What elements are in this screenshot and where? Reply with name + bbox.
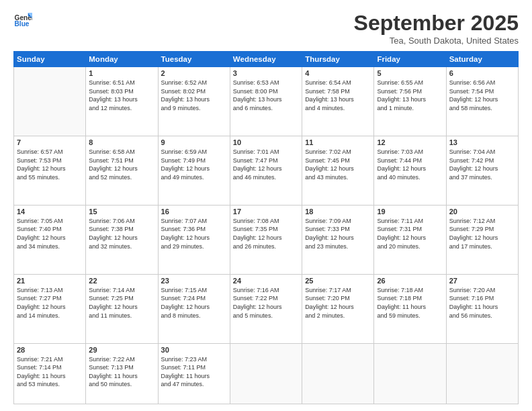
table-row: 16Sunrise: 7:07 AMSunset: 7:36 PMDayligh… [158,205,230,274]
table-row: 6Sunrise: 6:56 AMSunset: 7:54 PMDaylight… [446,67,518,136]
table-row: 23Sunrise: 7:15 AMSunset: 7:24 PMDayligh… [158,274,230,343]
col-sunday: Sunday [14,52,86,67]
table-row: 15Sunrise: 7:06 AMSunset: 7:38 PMDayligh… [86,205,158,274]
day-number: 16 [161,208,227,216]
day-number: 29 [89,346,154,354]
day-number: 9 [161,138,227,146]
day-info: Sunrise: 6:59 AMSunset: 7:49 PMDaylight:… [161,148,227,181]
table-row: 18Sunrise: 7:09 AMSunset: 7:33 PMDayligh… [302,205,374,274]
table-row: 10Sunrise: 7:01 AMSunset: 7:47 PMDayligh… [230,136,302,205]
day-info: Sunrise: 7:05 AMSunset: 7:40 PMDaylight:… [17,217,83,250]
day-info: Sunrise: 6:52 AMSunset: 8:02 PMDaylight:… [161,79,227,112]
day-number: 20 [449,208,515,216]
day-number: 5 [377,69,443,77]
day-info: Sunrise: 7:17 AMSunset: 7:20 PMDaylight:… [305,286,371,320]
day-number: 1 [89,69,154,77]
day-info: Sunrise: 7:20 AMSunset: 7:16 PMDaylight:… [449,286,515,320]
day-info: Sunrise: 6:56 AMSunset: 7:54 PMDaylight:… [449,79,515,112]
day-number: 23 [161,277,227,285]
day-number: 24 [233,277,299,285]
day-info: Sunrise: 7:03 AMSunset: 7:44 PMDaylight:… [377,148,443,181]
day-info: Sunrise: 7:18 AMSunset: 7:18 PMDaylight:… [377,286,443,320]
day-info: Sunrise: 7:22 AMSunset: 7:13 PMDaylight:… [89,355,154,389]
table-row: 19Sunrise: 7:11 AMSunset: 7:31 PMDayligh… [374,205,446,274]
table-row: 9Sunrise: 6:59 AMSunset: 7:49 PMDaylight… [158,136,230,205]
table-row: 4Sunrise: 6:54 AMSunset: 7:58 PMDaylight… [302,67,374,136]
day-number: 22 [89,277,154,285]
day-info: Sunrise: 7:15 AMSunset: 7:24 PMDaylight:… [161,286,227,320]
day-number: 6 [449,69,515,77]
day-number: 25 [305,277,371,285]
day-number: 7 [17,138,83,146]
table-row: 8Sunrise: 6:58 AMSunset: 7:51 PMDaylight… [86,136,158,205]
day-number: 19 [377,208,443,216]
header: General Blue September 2025 Tea, South D… [13,11,519,46]
day-info: Sunrise: 6:57 AMSunset: 7:53 PMDaylight:… [17,148,83,181]
location: Tea, South Dakota, United States [354,36,519,46]
day-number: 13 [449,138,515,146]
col-wednesday: Wednesday [230,52,302,67]
table-row: 2Sunrise: 6:52 AMSunset: 8:02 PMDaylight… [158,67,230,136]
day-number: 30 [161,346,227,354]
day-info: Sunrise: 7:07 AMSunset: 7:36 PMDaylight:… [161,217,227,250]
day-number: 17 [233,208,299,216]
table-row: 24Sunrise: 7:16 AMSunset: 7:22 PMDayligh… [230,274,302,343]
col-thursday: Thursday [302,52,374,67]
day-info: Sunrise: 7:06 AMSunset: 7:38 PMDaylight:… [89,217,154,250]
day-info: Sunrise: 7:11 AMSunset: 7:31 PMDaylight:… [377,217,443,250]
logo: General Blue [13,11,32,30]
day-number: 18 [305,208,371,216]
table-row [374,343,446,404]
day-info: Sunrise: 7:14 AMSunset: 7:25 PMDaylight:… [89,286,154,320]
day-number: 28 [17,346,83,354]
table-row: 5Sunrise: 6:55 AMSunset: 7:56 PMDaylight… [374,67,446,136]
day-info: Sunrise: 6:55 AMSunset: 7:56 PMDaylight:… [377,79,443,112]
day-info: Sunrise: 7:13 AMSunset: 7:27 PMDaylight:… [17,286,83,320]
logo-icon: General Blue [13,11,32,30]
table-row: 29Sunrise: 7:22 AMSunset: 7:13 PMDayligh… [86,343,158,404]
table-row: 25Sunrise: 7:17 AMSunset: 7:20 PMDayligh… [302,274,374,343]
table-row: 17Sunrise: 7:08 AMSunset: 7:35 PMDayligh… [230,205,302,274]
calendar-table: Sunday Monday Tuesday Wednesday Thursday… [13,51,519,404]
day-number: 12 [377,138,443,146]
table-row: 3Sunrise: 6:53 AMSunset: 8:00 PMDaylight… [230,67,302,136]
table-row: 14Sunrise: 7:05 AMSunset: 7:40 PMDayligh… [14,205,86,274]
svg-text:Blue: Blue [15,20,30,28]
day-info: Sunrise: 6:54 AMSunset: 7:58 PMDaylight:… [305,79,371,112]
table-row [446,343,518,404]
month-title: September 2025 [354,11,519,36]
day-info: Sunrise: 7:04 AMSunset: 7:42 PMDaylight:… [449,148,515,181]
day-number: 27 [449,277,515,285]
day-number: 3 [233,69,299,77]
table-row: 26Sunrise: 7:18 AMSunset: 7:18 PMDayligh… [374,274,446,343]
table-row: 20Sunrise: 7:12 AMSunset: 7:29 PMDayligh… [446,205,518,274]
table-row [302,343,374,404]
table-row: 22Sunrise: 7:14 AMSunset: 7:25 PMDayligh… [86,274,158,343]
col-tuesday: Tuesday [158,52,230,67]
day-info: Sunrise: 7:23 AMSunset: 7:11 PMDaylight:… [161,355,227,389]
day-number: 14 [17,208,83,216]
table-row: 21Sunrise: 7:13 AMSunset: 7:27 PMDayligh… [14,274,86,343]
page: General Blue September 2025 Tea, South D… [0,0,532,411]
table-row: 11Sunrise: 7:02 AMSunset: 7:45 PMDayligh… [302,136,374,205]
day-number: 11 [305,138,371,146]
table-row [230,343,302,404]
day-info: Sunrise: 7:02 AMSunset: 7:45 PMDaylight:… [305,148,371,181]
day-info: Sunrise: 7:09 AMSunset: 7:33 PMDaylight:… [305,217,371,250]
table-row: 27Sunrise: 7:20 AMSunset: 7:16 PMDayligh… [446,274,518,343]
col-friday: Friday [374,52,446,67]
table-row: 13Sunrise: 7:04 AMSunset: 7:42 PMDayligh… [446,136,518,205]
day-info: Sunrise: 6:58 AMSunset: 7:51 PMDaylight:… [89,148,154,181]
header-row: Sunday Monday Tuesday Wednesday Thursday… [14,52,519,67]
day-number: 10 [233,138,299,146]
table-row: 12Sunrise: 7:03 AMSunset: 7:44 PMDayligh… [374,136,446,205]
day-info: Sunrise: 7:08 AMSunset: 7:35 PMDaylight:… [233,217,299,250]
table-row: 30Sunrise: 7:23 AMSunset: 7:11 PMDayligh… [158,343,230,404]
day-number: 21 [17,277,83,285]
table-row: 28Sunrise: 7:21 AMSunset: 7:14 PMDayligh… [14,343,86,404]
col-saturday: Saturday [446,52,518,67]
table-row: 7Sunrise: 6:57 AMSunset: 7:53 PMDaylight… [14,136,86,205]
day-info: Sunrise: 6:51 AMSunset: 8:03 PMDaylight:… [89,79,154,112]
day-number: 26 [377,277,443,285]
day-number: 8 [89,138,154,146]
